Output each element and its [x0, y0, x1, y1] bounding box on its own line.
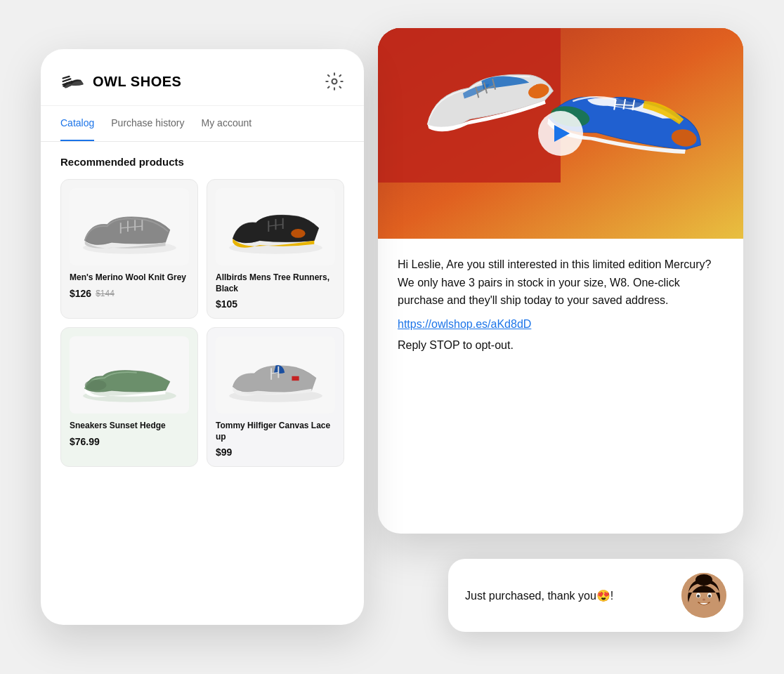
product-name-2: Allbirds Mens Tree Runners, Black: [216, 272, 335, 294]
nav-tabs: Catalog Purchase history My account: [41, 106, 364, 142]
phone-content: Recommended products: [41, 142, 364, 481]
chat-link[interactable]: https://owlshop.es/aKd8dD: [398, 318, 531, 330]
product-card-2[interactable]: Allbirds Mens Tree Runners, Black $105: [207, 179, 344, 319]
user-avatar: [681, 573, 726, 618]
product-image-4: [216, 336, 335, 414]
chat-card: Hi Leslie, Are you still interested in t…: [378, 28, 743, 534]
product-price-row-4: $99: [216, 447, 335, 458]
scene: OWL SHOES Catalog Purchase history My ac…: [41, 28, 743, 646]
svg-point-40: [697, 595, 700, 597]
logo-shoes: SHOES: [126, 74, 182, 89]
product-grid: Men's Merino Wool Knit Grey $126 $144: [60, 179, 344, 467]
product-name-4: Tommy Hilfiger Canvas Lace up: [216, 421, 335, 442]
phone-card: OWL SHOES Catalog Purchase history My ac…: [41, 49, 364, 625]
product-price-row-3: $76.99: [70, 436, 189, 447]
shoe-logo-icon: [60, 69, 86, 94]
svg-point-17: [84, 380, 106, 390]
svg-point-41: [708, 595, 711, 597]
chat-message-text: Hi Leslie, Are you still interested in t…: [398, 256, 724, 310]
tab-purchase-history[interactable]: Purchase history: [111, 106, 184, 141]
reply-text: Just purchased, thank you😍!: [465, 589, 613, 602]
product-price-4: $99: [216, 447, 232, 458]
play-button[interactable]: [538, 111, 583, 156]
product-card-1[interactable]: Men's Merino Wool Knit Grey $126 $144: [60, 179, 198, 319]
svg-rect-22: [292, 376, 299, 380]
svg-point-37: [695, 574, 712, 586]
svg-point-3: [332, 79, 337, 84]
product-hero: [378, 28, 743, 239]
product-image-1: [70, 188, 189, 265]
settings-icon[interactable]: [325, 72, 344, 91]
product-price-original-1: $144: [96, 289, 115, 298]
svg-line-1: [63, 79, 71, 81]
tab-catalog[interactable]: Catalog: [60, 106, 94, 141]
phone-header: OWL SHOES: [41, 49, 364, 106]
logo-owl: OWL: [93, 74, 126, 89]
product-price-3: $76.99: [70, 436, 100, 447]
logo-area: OWL SHOES: [60, 69, 181, 94]
svg-line-0: [63, 77, 70, 79]
recommended-title: Recommended products: [60, 156, 344, 168]
product-price-1: $126: [70, 288, 91, 299]
svg-point-42: [703, 599, 705, 601]
play-triangle-icon: [554, 125, 570, 142]
chat-message-area: Hi Leslie, Are you still interested in t…: [378, 239, 743, 369]
user-reply-card: Just purchased, thank you😍!: [448, 559, 743, 632]
product-price-row-2: $105: [216, 298, 335, 310]
product-price-2: $105: [216, 298, 237, 310]
product-image-2: [216, 188, 335, 265]
product-price-row-1: $126 $144: [70, 288, 189, 299]
chat-opt-out-text: Reply STOP to opt-out.: [398, 339, 724, 352]
product-image-3: [70, 336, 189, 414]
tab-my-account[interactable]: My account: [202, 106, 252, 141]
product-name-1: Men's Merino Wool Knit Grey: [70, 272, 189, 284]
product-card-4[interactable]: Tommy Hilfiger Canvas Lace up $99: [207, 327, 344, 467]
logo-text: OWL SHOES: [93, 74, 181, 90]
product-name-3: Sneakers Sunset Hedge: [70, 421, 189, 432]
svg-point-11: [291, 229, 305, 238]
product-card-3[interactable]: Sneakers Sunset Hedge $76.99: [60, 327, 198, 467]
